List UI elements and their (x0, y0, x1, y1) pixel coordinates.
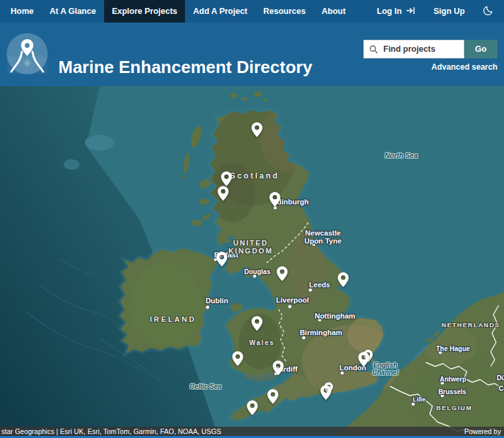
search-input[interactable] (382, 44, 458, 54)
city-label: Brussels (438, 389, 466, 396)
map-pin[interactable] (217, 185, 229, 202)
map-pin[interactable] (216, 251, 228, 267)
map-pin[interactable] (337, 271, 349, 288)
login-arrow-icon (406, 7, 415, 17)
signup-button[interactable]: Sign Up (434, 7, 465, 16)
satellite-basemap (0, 86, 504, 438)
map-pin[interactable] (272, 360, 284, 376)
region-label: BELGIUM (436, 405, 472, 411)
login-label: Log In (377, 7, 402, 16)
city-label: Nottingham (314, 313, 355, 321)
login-button[interactable]: Log In (377, 7, 415, 17)
map-pin[interactable] (276, 265, 288, 282)
attribution-sources: star Geographics | Esri UK, Esri, TomTom… (1, 427, 221, 435)
sea-label: English Channel (366, 362, 405, 376)
search-box (363, 40, 464, 58)
region-label: IRELAND (150, 316, 196, 324)
map-pin[interactable] (251, 121, 263, 138)
city-label: Düsseldorf (497, 375, 504, 382)
nav-items: HomeAt A GlanceExplore ProjectsAdd A Pro… (0, 0, 353, 23)
top-navigation: HomeAt A GlanceExplore ProjectsAdd A Pro… (0, 0, 504, 23)
city-label: Newcastle Upon Tyne (301, 230, 345, 245)
map-pin[interactable] (251, 315, 263, 332)
map-pin[interactable] (269, 191, 281, 208)
city-label: Douglas (244, 269, 270, 276)
moon-icon (483, 5, 493, 17)
city-dot (206, 305, 210, 310)
powered-by-esri: Powered by Esri (464, 427, 503, 435)
nav-item-at-a-glance[interactable]: At A Glance (42, 0, 104, 23)
dark-mode-toggle[interactable] (483, 5, 493, 17)
region-label: NETHERLANDS (442, 322, 500, 328)
region-label: UNITED KINGDOM (220, 240, 283, 255)
nav-item-explore-projects[interactable]: Explore Projects (104, 0, 186, 23)
map-attribution: star Geographics | Esri UK, Esri, TomTom… (0, 427, 504, 436)
region-label: Scotland (230, 172, 280, 181)
page-title: Marine Enhancement Directory (58, 57, 312, 78)
map[interactable]: EdinburghNewcastle Upon TyneBelfastDougl… (0, 86, 504, 438)
city-label: Antwerp (440, 376, 466, 384)
city-label: Lille (412, 396, 425, 403)
map-pin[interactable] (231, 350, 244, 367)
city-dot (288, 305, 292, 309)
sea-label: North Sea (385, 152, 418, 159)
city-label: Leeds (309, 281, 330, 289)
map-pin[interactable] (357, 351, 370, 368)
nav-item-home[interactable]: Home (3, 0, 42, 23)
nav-item-about[interactable]: About (314, 0, 353, 23)
map-pin[interactable] (267, 388, 279, 405)
city-label: Liverpool (276, 297, 309, 305)
search-go-button[interactable]: Go (464, 40, 497, 58)
map-pin-waves-logo-icon (6, 66, 48, 77)
map-pin[interactable] (246, 400, 259, 416)
map-pin[interactable] (320, 384, 332, 401)
site-header: Marine Enhancement Directory Go Advanced… (0, 23, 504, 86)
site-logo[interactable] (6, 33, 48, 75)
city-label: Dublin (206, 297, 228, 305)
advanced-search-link[interactable]: Advanced search (432, 62, 497, 72)
nav-right: Log In Sign Up (377, 5, 504, 17)
magnifier-icon (369, 45, 378, 54)
sea-label: Celtic Sea (190, 384, 221, 391)
city-label: Birmingham (300, 329, 342, 337)
city-label: Cologne (499, 386, 504, 393)
search-row: Go (363, 40, 497, 58)
city-label: The Hague (436, 346, 470, 353)
nav-item-add-a-project[interactable]: Add A Project (185, 0, 255, 23)
nav-item-resources[interactable]: Resources (255, 0, 314, 23)
region-label: Wales (249, 340, 275, 347)
